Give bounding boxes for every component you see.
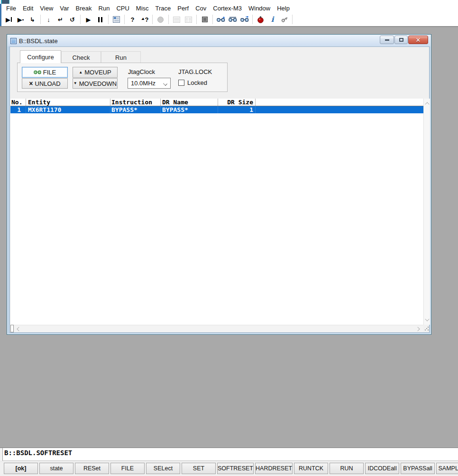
menu-help[interactable]: Help [274,4,293,12]
cell-entity: MX6RT1170 [26,106,110,113]
command-line-row: B::BSDL.SOFTRESET [0,448,458,461]
softkey-runtck[interactable]: RUNTCK [294,463,328,474]
step-diverge-icon[interactable]: ↳ [27,14,38,25]
menu-trace[interactable]: Trace [152,4,174,12]
table-row-selected[interactable]: 1 MX6RT1170 BYPASS* BYPASS* 1 [10,106,423,113]
moveup-button[interactable]: ▲ MOVEUP [73,67,118,78]
cell-instruction: BYPASS* [110,106,161,113]
toolbar-separator [40,15,41,24]
toolbar-separator [196,15,197,24]
window-title: B::BSDL.state [19,37,58,45]
resize-grip[interactable] [424,326,429,331]
toolbar-separator [212,15,213,24]
softkey-hardreset[interactable]: HARDRESET [255,463,293,474]
stop-icon[interactable] [199,14,211,25]
softkey-idcodeall[interactable]: IDCODEall [365,463,399,474]
softkey-reset[interactable]: RESet [75,463,109,474]
window-client-area: Configure Check Run FILE × UNLOAD ▲ MOVE… [9,46,430,333]
menu-cov[interactable]: Cov [192,4,210,12]
col-dr-size: DR Size [218,99,256,106]
breakpoint-list-icon[interactable] [255,14,266,25]
softkey-file[interactable]: FILE [110,463,145,474]
movedown-button[interactable]: ▼ MOVEDOWN [73,78,118,89]
up-triangle-icon: ▲ [79,71,82,74]
go-up-icon[interactable]: ↺ [66,14,78,25]
movedown-button-label: MOVEDOWN [79,80,117,87]
menu-window[interactable]: Window [245,4,274,12]
jtagclock-label: JtagClock [128,68,155,75]
edit-dialog-icon[interactable] [110,14,122,25]
softkey-set[interactable]: SET [182,463,216,474]
tab-strip: Configure Check Run [20,50,141,63]
jtaglock-label: JTAG.LOCK [178,68,212,75]
menu-perf[interactable]: Perf [174,4,192,12]
softkey-softreset[interactable]: SOFTRESET [217,463,254,474]
toolbar: ▶ ▶▪ ↳ ↓ ↵ ↺ ▶ ? ▲? [3,13,294,26]
data-dump-icon[interactable] [227,14,238,25]
cell-dr-size: 1 [218,106,256,113]
data-view-icon[interactable] [238,14,250,25]
menu-view[interactable]: View [37,4,56,12]
close-button[interactable]: ✕ [408,36,428,44]
tab-configure[interactable]: Configure [20,50,61,63]
softkey-ok[interactable]: [ok] [4,463,38,474]
menu-misc[interactable]: Misc [133,4,152,12]
command-gutter [0,448,3,461]
window-icon-fragment [1,0,9,4]
maximize-button[interactable] [394,36,408,44]
go-icon[interactable]: ▶ [82,14,94,25]
window-edge [0,4,1,27]
toolbar-separator [124,15,125,24]
menu-var[interactable]: Var [56,4,72,12]
scroll-splitter-box[interactable] [10,325,14,332]
configure-panel: FILE × UNLOAD ▲ MOVEUP ▼ MOVEDOWN JtagCl… [17,63,228,92]
softkey-sampleall[interactable]: SAMPLEall [436,463,458,474]
jtagclock-select[interactable]: 10.0MHz [128,78,171,89]
softkey-run[interactable]: RUN [330,463,364,474]
file-button[interactable]: FILE [22,67,68,78]
horizontal-scrollbar[interactable] [14,325,423,332]
go-till-icon[interactable]: ↓ [43,14,55,25]
minimize-button[interactable] [380,36,394,44]
step-over-icon[interactable]: ▶▪ [15,14,27,25]
context-help-icon[interactable]: ▲? [138,14,150,25]
menu-run[interactable]: Run [95,4,113,12]
toolbar-separator [152,15,153,24]
softkey-bypassall[interactable]: BYPASSall [401,463,435,474]
window-icon [10,38,17,44]
toolbar-separator [108,15,109,24]
command-input[interactable]: B::BSDL.SOFTRESET [4,449,72,457]
locked-checkbox[interactable] [178,80,184,86]
bsdl-state-window: B::BSDL.state ✕ Configure Check Run FILE… [7,34,431,335]
unload-button[interactable]: × UNLOAD [22,78,68,89]
scroll-right-icon[interactable] [415,327,420,331]
source-list-icon[interactable] [215,14,227,25]
menu-file[interactable]: File [3,4,19,12]
menubar: File Edit View Var Break Run CPU Misc Tr… [3,4,293,13]
tab-run[interactable]: Run [101,51,141,63]
window-titlebar[interactable]: B::BSDL.state [8,35,431,46]
go-return-icon[interactable]: ↵ [55,14,66,25]
menu-edit[interactable]: Edit [19,4,37,12]
col-instruction: Instruction [110,99,161,106]
softkey-state[interactable]: state [39,463,73,474]
state-info-icon[interactable]: i [266,14,278,25]
vertical-scrollbar[interactable] [423,99,430,325]
softkey-select[interactable]: SELect [146,463,180,474]
step-into-icon[interactable]: ▶ [3,14,15,25]
scroll-down-icon[interactable] [425,317,429,321]
scroll-left-icon[interactable] [17,327,21,331]
down-triangle-icon: ▼ [73,82,77,85]
bsdl-entity-table: No. Entity Instruction DR Name DR Size 1… [10,99,423,325]
menu-cortex-m3[interactable]: Cortex-M3 [210,4,245,12]
tool-config-icon[interactable] [278,14,290,25]
help-icon[interactable]: ? [127,14,138,25]
menu-cpu[interactable]: CPU [113,4,132,12]
scroll-up-icon[interactable] [425,102,429,106]
tab-check[interactable]: Check [61,51,101,63]
file-button-label: FILE [43,69,56,76]
glasses-icon [34,70,41,75]
menu-break[interactable]: Break [73,4,95,12]
x-icon: × [29,80,33,87]
break-icon[interactable] [94,14,106,25]
